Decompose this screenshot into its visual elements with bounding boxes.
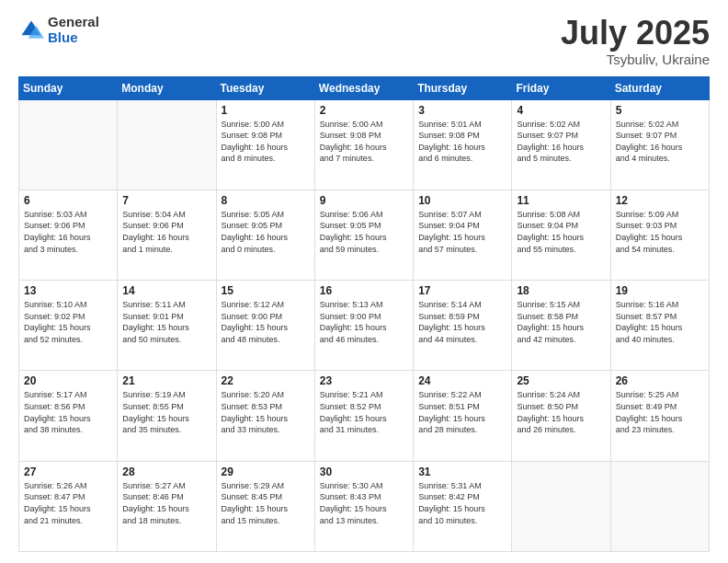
day-info: Sunrise: 5:02 AMSunset: 9:07 PMDaylight:… xyxy=(517,119,605,165)
table-row xyxy=(512,461,610,551)
day-info: Sunrise: 5:21 AMSunset: 8:52 PMDaylight:… xyxy=(320,389,408,435)
main-title: July 2025 xyxy=(561,15,710,52)
title-block: July 2025 Tsybuliv, Ukraine xyxy=(561,15,710,67)
page: General Blue July 2025 Tsybuliv, Ukraine… xyxy=(0,0,728,563)
day-number: 11 xyxy=(517,194,605,207)
day-number: 3 xyxy=(418,104,506,117)
logo-icon xyxy=(18,17,44,43)
day-info: Sunrise: 5:08 AMSunset: 9:04 PMDaylight:… xyxy=(517,209,605,255)
logo: General Blue xyxy=(18,15,99,45)
day-info: Sunrise: 5:31 AMSunset: 8:42 PMDaylight:… xyxy=(418,480,506,526)
day-info: Sunrise: 5:09 AMSunset: 9:03 PMDaylight:… xyxy=(616,209,704,255)
calendar-week-row: 1Sunrise: 5:00 AMSunset: 9:08 PMDaylight… xyxy=(19,99,710,190)
calendar-week-row: 13Sunrise: 5:10 AMSunset: 9:02 PMDayligh… xyxy=(19,281,710,371)
logo-blue: Blue xyxy=(48,30,99,46)
table-row: 4Sunrise: 5:02 AMSunset: 9:07 PMDaylight… xyxy=(512,99,610,190)
table-row: 20Sunrise: 5:17 AMSunset: 8:56 PMDayligh… xyxy=(19,371,118,461)
day-number: 12 xyxy=(616,194,704,207)
day-number: 27 xyxy=(24,465,112,478)
day-info: Sunrise: 5:27 AMSunset: 8:46 PMDaylight:… xyxy=(122,480,210,526)
day-number: 8 xyxy=(222,194,310,207)
day-number: 31 xyxy=(418,465,506,478)
table-row: 3Sunrise: 5:01 AMSunset: 9:08 PMDaylight… xyxy=(414,99,512,190)
day-info: Sunrise: 5:11 AMSunset: 9:01 PMDaylight:… xyxy=(122,299,210,345)
subtitle: Tsybuliv, Ukraine xyxy=(561,52,710,67)
table-row: 31Sunrise: 5:31 AMSunset: 8:42 PMDayligh… xyxy=(414,461,512,551)
col-wednesday: Wednesday xyxy=(314,76,413,99)
day-number: 17 xyxy=(418,284,506,297)
table-row: 28Sunrise: 5:27 AMSunset: 8:46 PMDayligh… xyxy=(118,461,216,551)
table-row: 25Sunrise: 5:24 AMSunset: 8:50 PMDayligh… xyxy=(512,371,610,461)
day-number: 5 xyxy=(616,104,704,117)
table-row: 16Sunrise: 5:13 AMSunset: 9:00 PMDayligh… xyxy=(314,281,413,371)
table-row: 14Sunrise: 5:11 AMSunset: 9:01 PMDayligh… xyxy=(118,281,216,371)
table-row: 17Sunrise: 5:14 AMSunset: 8:59 PMDayligh… xyxy=(414,281,512,371)
day-number: 4 xyxy=(517,104,605,117)
table-row: 26Sunrise: 5:25 AMSunset: 8:49 PMDayligh… xyxy=(610,371,709,461)
table-row: 11Sunrise: 5:08 AMSunset: 9:04 PMDayligh… xyxy=(512,190,610,280)
day-number: 29 xyxy=(222,465,310,478)
table-row xyxy=(118,99,216,190)
day-number: 14 xyxy=(122,284,210,297)
day-number: 6 xyxy=(24,194,112,207)
table-row: 15Sunrise: 5:12 AMSunset: 9:00 PMDayligh… xyxy=(216,281,314,371)
day-info: Sunrise: 5:05 AMSunset: 9:05 PMDaylight:… xyxy=(222,209,310,255)
table-row: 10Sunrise: 5:07 AMSunset: 9:04 PMDayligh… xyxy=(414,190,512,280)
table-row: 21Sunrise: 5:19 AMSunset: 8:55 PMDayligh… xyxy=(118,371,216,461)
day-number: 10 xyxy=(418,194,506,207)
day-number: 26 xyxy=(616,374,704,387)
day-number: 28 xyxy=(122,465,210,478)
table-row: 5Sunrise: 5:02 AMSunset: 9:07 PMDaylight… xyxy=(610,99,709,190)
day-number: 22 xyxy=(222,374,310,387)
table-row: 24Sunrise: 5:22 AMSunset: 8:51 PMDayligh… xyxy=(414,371,512,461)
header: General Blue July 2025 Tsybuliv, Ukraine xyxy=(18,15,710,67)
day-info: Sunrise: 5:20 AMSunset: 8:53 PMDaylight:… xyxy=(222,389,310,435)
day-number: 23 xyxy=(320,374,408,387)
table-row: 27Sunrise: 5:26 AMSunset: 8:47 PMDayligh… xyxy=(19,461,118,551)
table-row xyxy=(610,461,709,551)
day-number: 21 xyxy=(122,374,210,387)
day-number: 24 xyxy=(418,374,506,387)
day-number: 30 xyxy=(320,465,408,478)
table-row: 12Sunrise: 5:09 AMSunset: 9:03 PMDayligh… xyxy=(610,190,709,280)
table-row: 18Sunrise: 5:15 AMSunset: 8:58 PMDayligh… xyxy=(512,281,610,371)
logo-general: General xyxy=(48,15,99,30)
day-info: Sunrise: 5:03 AMSunset: 9:06 PMDaylight:… xyxy=(24,209,112,255)
day-number: 25 xyxy=(517,374,605,387)
day-info: Sunrise: 5:19 AMSunset: 8:55 PMDaylight:… xyxy=(122,389,210,435)
day-info: Sunrise: 5:00 AMSunset: 9:08 PMDaylight:… xyxy=(320,119,408,165)
table-row xyxy=(19,99,118,190)
day-number: 2 xyxy=(320,104,408,117)
table-row: 9Sunrise: 5:06 AMSunset: 9:05 PMDaylight… xyxy=(314,190,413,280)
header-row: Sunday Monday Tuesday Wednesday Thursday… xyxy=(19,76,710,99)
table-row: 13Sunrise: 5:10 AMSunset: 9:02 PMDayligh… xyxy=(19,281,118,371)
logo-text: General Blue xyxy=(48,15,99,45)
day-info: Sunrise: 5:02 AMSunset: 9:07 PMDaylight:… xyxy=(616,119,704,165)
col-monday: Monday xyxy=(118,76,216,99)
col-tuesday: Tuesday xyxy=(216,76,314,99)
table-row: 29Sunrise: 5:29 AMSunset: 8:45 PMDayligh… xyxy=(216,461,314,551)
calendar-week-row: 27Sunrise: 5:26 AMSunset: 8:47 PMDayligh… xyxy=(19,461,710,551)
day-info: Sunrise: 5:07 AMSunset: 9:04 PMDaylight:… xyxy=(418,209,506,255)
calendar-week-row: 20Sunrise: 5:17 AMSunset: 8:56 PMDayligh… xyxy=(19,371,710,461)
day-number: 13 xyxy=(24,284,112,297)
day-info: Sunrise: 5:26 AMSunset: 8:47 PMDaylight:… xyxy=(24,480,112,526)
day-number: 20 xyxy=(24,374,112,387)
day-info: Sunrise: 5:22 AMSunset: 8:51 PMDaylight:… xyxy=(418,389,506,435)
table-row: 8Sunrise: 5:05 AMSunset: 9:05 PMDaylight… xyxy=(216,190,314,280)
day-info: Sunrise: 5:16 AMSunset: 8:57 PMDaylight:… xyxy=(616,299,704,345)
day-info: Sunrise: 5:30 AMSunset: 8:43 PMDaylight:… xyxy=(320,480,408,526)
day-number: 19 xyxy=(616,284,704,297)
day-info: Sunrise: 5:17 AMSunset: 8:56 PMDaylight:… xyxy=(24,389,112,435)
col-thursday: Thursday xyxy=(414,76,512,99)
day-number: 18 xyxy=(517,284,605,297)
col-saturday: Saturday xyxy=(610,76,709,99)
day-info: Sunrise: 5:29 AMSunset: 8:45 PMDaylight:… xyxy=(222,480,310,526)
day-info: Sunrise: 5:25 AMSunset: 8:49 PMDaylight:… xyxy=(616,389,704,435)
calendar-week-row: 6Sunrise: 5:03 AMSunset: 9:06 PMDaylight… xyxy=(19,190,710,280)
day-info: Sunrise: 5:01 AMSunset: 9:08 PMDaylight:… xyxy=(418,119,506,165)
table-row: 19Sunrise: 5:16 AMSunset: 8:57 PMDayligh… xyxy=(610,281,709,371)
calendar-table: Sunday Monday Tuesday Wednesday Thursday… xyxy=(18,76,710,552)
table-row: 7Sunrise: 5:04 AMSunset: 9:06 PMDaylight… xyxy=(118,190,216,280)
day-number: 1 xyxy=(222,104,310,117)
